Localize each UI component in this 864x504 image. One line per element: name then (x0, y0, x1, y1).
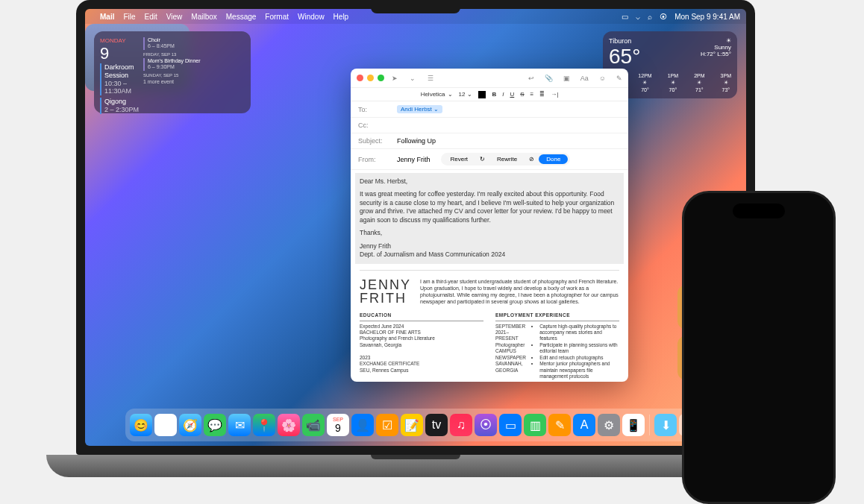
dock-launchpad-icon[interactable]: ⊞ (154, 414, 177, 436)
send-icon[interactable]: ➤ (392, 75, 398, 82)
font-select[interactable]: Helvetica ⌄ (421, 91, 453, 98)
list-button[interactable]: ≣ (539, 91, 545, 98)
fontsize-select[interactable]: 12 ⌄ (459, 91, 473, 98)
dock-calendar-icon[interactable]: SEP9 (327, 414, 349, 436)
rewrite-button[interactable]: Rewrite (489, 154, 525, 164)
dock-safari-icon[interactable]: 🧭 (179, 414, 201, 436)
dock-numbers-icon[interactable]: ▥ (524, 414, 546, 436)
event-time: 6 – 8:45PM (148, 43, 245, 49)
resume-education-col: EDUCATION Expected June 2024 BACHELOR OF… (360, 312, 483, 379)
cc-label: Cc: (358, 122, 391, 129)
event-title: Choir (148, 37, 245, 43)
resume-bio: I am a third-year student undergraduate … (420, 278, 619, 305)
dock-music-icon[interactable]: ♫ (450, 414, 472, 436)
dock-tv-icon[interactable]: tv (425, 414, 448, 436)
chevron-down-icon[interactable]: ⌄ (410, 75, 416, 82)
calendar-event: Choir 6 – 8:45PM (143, 37, 245, 50)
dock-photos-icon[interactable]: 🌸 (278, 414, 300, 436)
maximize-button[interactable] (378, 75, 384, 81)
mail-body[interactable]: Dear Ms. Herbst, It was great meeting fo… (351, 170, 628, 382)
dock-separator (649, 415, 650, 435)
subject-field[interactable]: Subject: Following Up (351, 133, 628, 149)
weather-city: Tiburon (609, 37, 640, 45)
weather-temp: 65° (609, 45, 640, 69)
laptop-bezel: Mail File Edit View Mailbox Message Form… (76, 0, 755, 455)
dock-podcasts-icon[interactable]: ⦿ (475, 414, 497, 436)
from-label: From: (358, 156, 391, 163)
attach-icon[interactable]: 📎 (545, 75, 553, 82)
employment-heading: EMPLOYMENT EXPERIENCE (495, 312, 619, 321)
underline-button[interactable]: U (510, 91, 514, 98)
menu-help[interactable]: Help (334, 13, 349, 21)
dock-iphone-icon[interactable]: 📱 (622, 414, 645, 436)
weather-condition: Sunny (701, 44, 731, 51)
done-button[interactable]: Done (539, 154, 568, 164)
wifi-icon[interactable]: ⌵ (636, 13, 640, 21)
dock-facetime-icon[interactable]: 📹 (302, 414, 325, 436)
dock-pages-icon[interactable]: ✎ (548, 414, 571, 436)
strike-button[interactable]: S (520, 91, 524, 98)
format-icon[interactable]: Aa (580, 75, 589, 82)
window-titlebar[interactable]: ➤ ⌄ ☰ ↩ 📎 ▣ Aa ☺ ✎ (351, 69, 628, 88)
calendar-event: Darkroom Session 10:30 – 11:30AM (100, 63, 143, 95)
dock-reminders-icon[interactable]: ☑ (376, 414, 398, 436)
revert-button[interactable]: Revert (443, 154, 476, 164)
calendar-widget[interactable]: MONDAY 9 Darkroom Session 10:30 – 11:30A… (94, 31, 251, 113)
minimize-button[interactable] (367, 75, 374, 81)
iphone-dynamic-island (733, 204, 785, 218)
signature-name: Jenny Frith (360, 242, 619, 251)
sun-icon: ☀ (701, 37, 731, 44)
italic-button[interactable]: I (502, 91, 504, 98)
weather-hour: 1PM☀70° (668, 73, 678, 92)
event-date-header: SUNDAY, SEP 15 (143, 73, 245, 78)
iphone-device (682, 191, 836, 504)
dock-finder-icon[interactable]: 😊 (130, 414, 152, 436)
battery-icon[interactable]: ▭ (622, 13, 628, 21)
emoji-icon[interactable]: ☺ (599, 75, 606, 82)
calendar-event: Qigong 2 – 2:30PM (100, 98, 143, 114)
body-thanks: Thanks, (360, 229, 619, 237)
align-button[interactable]: ≡ (530, 91, 534, 98)
menu-view[interactable]: View (166, 13, 183, 21)
dock-settings-icon[interactable]: ⚙ (598, 414, 620, 436)
menu-edit[interactable]: Edit (145, 13, 157, 21)
more-events-label: 1 more event (143, 79, 245, 84)
signature-dept: Dept. of Journalism and Mass Communicati… (360, 251, 619, 259)
subject-label: Subject: (358, 137, 391, 145)
dock-appstore-icon[interactable]: A (573, 414, 595, 436)
reply-icon[interactable]: ↩ (528, 75, 534, 82)
dock-contacts-icon[interactable]: 👤 (351, 414, 374, 436)
control-center-icon[interactable]: ⦿ (660, 13, 667, 21)
dock-downloads-icon[interactable]: ⬇ (654, 414, 677, 436)
body-paragraph: It was great meeting for coffee yesterda… (360, 190, 619, 224)
recipient-chip[interactable]: Andi Herbst ⌄ (397, 105, 442, 113)
event-date-header: FRIDAY, SEP 13 (143, 52, 245, 57)
menubar-clock[interactable]: Mon Sep 9 9:41 AM (674, 13, 740, 21)
markup-icon[interactable]: ✎ (616, 75, 622, 82)
to-field[interactable]: To: Andi Herbst ⌄ (351, 101, 628, 118)
menu-file[interactable]: File (123, 13, 135, 21)
dock-maps-icon[interactable]: 📍 (253, 414, 275, 436)
bold-button[interactable]: B (492, 91, 496, 98)
menu-format[interactable]: Format (265, 13, 289, 21)
photo-icon[interactable]: ▣ (563, 75, 570, 82)
dock-notes-icon[interactable]: 📝 (401, 414, 423, 436)
menu-mailbox[interactable]: Mailbox (191, 13, 216, 21)
menu-window[interactable]: Window (298, 13, 325, 21)
from-field[interactable]: From: Jenny Frith Revert ↻ Rewrite ⊘ Don… (351, 149, 628, 170)
dock-keynote-icon[interactable]: ▭ (499, 414, 522, 436)
body-greeting: Dear Ms. Herbst, (360, 177, 619, 186)
options-icon[interactable]: ⊘ (529, 156, 534, 163)
dock-mail-icon[interactable]: ✉ (228, 414, 251, 436)
app-name[interactable]: Mail (100, 13, 114, 21)
header-fields-icon[interactable]: ☰ (428, 75, 433, 82)
close-button[interactable] (357, 75, 363, 81)
history-icon[interactable]: ↻ (480, 156, 485, 163)
dock-messages-icon[interactable]: 💬 (204, 414, 226, 436)
color-picker[interactable] (478, 91, 486, 98)
mail-compose-window: ➤ ⌄ ☰ ↩ 📎 ▣ Aa ☺ ✎ Helvetica ⌄ 1 (351, 69, 628, 382)
cc-field[interactable]: Cc: (351, 118, 628, 133)
indent-button[interactable]: →| (551, 91, 558, 98)
search-icon[interactable]: ⌕ (648, 13, 652, 21)
menu-message[interactable]: Message (226, 13, 257, 21)
